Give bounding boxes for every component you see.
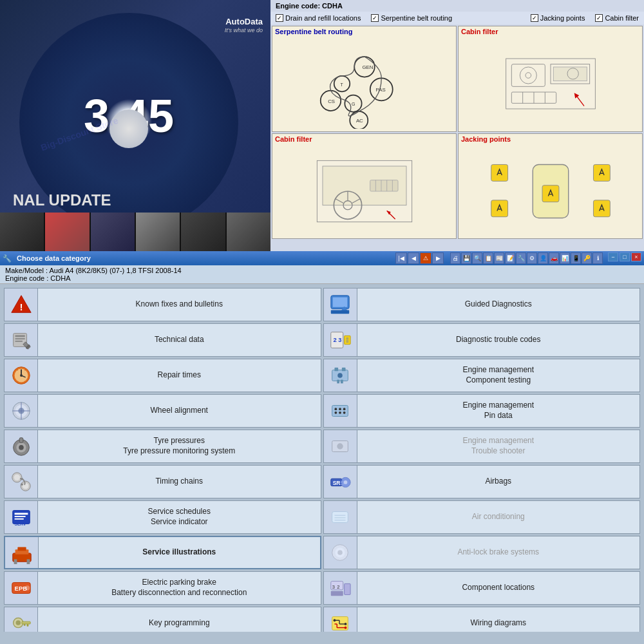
tb-5[interactable]: 📰 [494,252,504,264]
dtc-item[interactable]: 2 3 Diagnostic trouble codes [323,323,641,357]
nav-first[interactable]: |◀ [395,252,407,264]
svg-rect-108 [332,511,348,522]
checkbox-jacking-box[interactable]: ✓ [531,14,538,22]
cabin-filter-cell-1[interactable]: Cabin filter [458,26,643,132]
svg-rect-116 [26,559,30,564]
engine-comp-icon [324,359,357,392]
tb-9[interactable]: 👤 [538,252,548,264]
tb-14[interactable]: ℹ [592,252,603,264]
engine-comp-label: Engine managementComponent testing [357,359,640,392]
nav-prev[interactable]: ◀ [408,252,419,264]
svg-rect-115 [14,559,17,564]
make-model-text: Make/Model : Audi A4 (8K2/8K5) (07-) 1,8… [5,267,639,274]
top-section: 3.45 AutoData It's what we do NAL UPDATE… [0,0,644,251]
belt-diagram-cell[interactable]: Serpentine belt routing GEN T CS G PAS [272,26,457,132]
svg-rect-90 [19,438,23,443]
checkbox-cabin-box[interactable]: ✓ [595,14,603,22]
airbags-item[interactable]: SRS Airbags [323,465,641,498]
svg-rect-114 [17,547,26,551]
tb-2[interactable]: 💾 [461,252,471,264]
svg-point-74 [337,373,343,378]
key-prog-item[interactable]: Key programming [4,607,321,632]
engine-trouble-item[interactable]: Engine managementTrouble shooter [323,430,641,463]
svg-rect-40 [593,164,610,181]
wheel-align-item[interactable]: Wheel alignment [4,394,321,428]
tb-10[interactable]: 🚗 [549,252,559,264]
belt-diagram-title: Serpentine belt routing [272,26,355,37]
comp-loc-item[interactable]: 3 2 Component locations [323,571,641,605]
jacking-points-cell[interactable]: Jacking points [458,133,643,240]
guided-diag-item[interactable]: Guided Diagnostics [323,288,641,321]
checkbox-jacking[interactable]: ✓ Jacking points [531,14,585,22]
svg-point-66 [20,374,23,377]
cabin-filter-title-2: Cabin filter [272,134,314,144]
tech-data-item[interactable]: Technical data [4,323,321,357]
wiring-item[interactable]: Wiring diagrams [323,607,641,632]
service-illus-item[interactable]: Service illustrations [4,536,321,569]
minimize-btn[interactable]: − [608,252,618,261]
checkbox-cabin[interactable]: ✓ Cabin filter [595,14,639,22]
tb-1[interactable]: 🖨 [450,252,460,264]
service-sched-item[interactable]: SERV Service schedulesService indicator [4,500,321,534]
make-model-bar: Make/Model : Audi A4 (8K2/8K5) (07-) 1,8… [0,265,644,284]
wiring-label: Wiring diagrams [357,607,640,632]
nav-warn[interactable]: ⚠ [420,252,431,264]
dtc-icon: 2 3 [324,324,357,356]
checkbox-drain[interactable]: ✓ Drain and refill locations [276,14,361,22]
timing-item[interactable]: Timing chains [4,465,321,498]
abs-label: Anti-lock brake systems [357,536,640,569]
svg-point-86 [343,412,346,414]
checkbox-drain-box[interactable]: ✓ [276,14,283,22]
svg-point-122 [24,585,30,591]
svg-point-94 [14,475,19,480]
svg-rect-53 [15,341,22,342]
checkbox-belt[interactable]: ✓ Serpentine belt routing [371,14,452,22]
svg-rect-104 [14,513,28,515]
engine-pin-icon [324,395,357,427]
svg-text:3: 3 [338,336,341,343]
strip-4 [136,213,180,251]
svg-point-129 [15,620,21,625]
tb-13[interactable]: 🔑 [582,252,592,264]
strip-1 [0,213,44,251]
tb-4[interactable]: 📋 [483,252,493,264]
svg-rect-70 [334,368,338,372]
air-cond-icon [324,501,357,533]
tb-7[interactable]: 🔧 [516,252,526,264]
svg-rect-31 [370,180,397,191]
close-btn[interactable]: × [631,252,641,261]
cabin-filter-title-1: Cabin filter [459,26,500,37]
known-fixes-label: Known fixes and bulletins [38,289,321,321]
epb-item[interactable]: EPB Electric parking brakeBattery discon… [4,571,321,605]
nav-next[interactable]: ▶ [432,252,444,264]
tb-11[interactable]: 📊 [560,252,570,264]
checkbox-belt-box[interactable]: ✓ [371,14,379,22]
tb-12[interactable]: 📱 [571,252,581,264]
cabin-filter-cell-2[interactable]: Cabin filter [272,133,457,240]
epb-icon: EPB [5,572,38,604]
abs-item[interactable]: Anti-lock brake systems [323,536,641,569]
maximize-btn[interactable]: □ [620,252,630,261]
tb-8[interactable]: ⚙ [527,252,537,264]
tyre-press-item[interactable]: Tyre pressuresTyre pressure monitoring s… [4,430,321,463]
tb-6[interactable]: 📝 [505,252,515,264]
tb-3[interactable]: 🔍 [472,252,482,264]
engine-comp-item[interactable]: Engine managementComponent testing [323,359,641,392]
wheel-align-icon [5,395,38,427]
engine-pin-item[interactable]: Engine managementPin data [323,394,641,428]
abs-icon [324,536,357,569]
cd-brand: AutoData [225,17,263,26]
diagrams-area: Engine code: CDHA ✓ Drain and refill loc… [270,0,644,251]
dtc-label: Diagnostic trouble codes [357,324,640,356]
titlebar-icon: 🔧 [3,254,12,263]
engine-trouble-icon [324,430,357,462]
repair-times-item[interactable]: Repair times [4,359,321,392]
known-fixes-item[interactable]: ! Known fixes and bulletins [4,288,321,321]
window-controls: |◀ ◀ ⚠ ▶ 🖨 💾 🔍 📋 📰 📝 🔧 ⚙ 👤 🚗 📊 📱 [394,252,641,264]
svg-rect-98 [21,484,23,486]
svg-text:SERV: SERV [14,522,26,526]
svg-point-140 [334,619,336,621]
svg-rect-124 [331,591,343,596]
air-cond-item[interactable]: Air conditioning [323,500,641,534]
svg-rect-72 [337,380,339,384]
